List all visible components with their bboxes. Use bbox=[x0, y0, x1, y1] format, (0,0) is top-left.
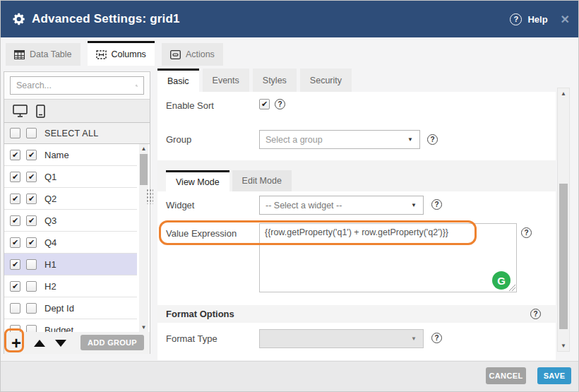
add-column-button[interactable]: + bbox=[8, 335, 24, 352]
sidebar-toolbar: + ADD GROUP bbox=[4, 332, 150, 354]
column-name: Budget bbox=[44, 325, 73, 333]
desktop-checkbox[interactable] bbox=[10, 172, 20, 182]
scroll-down-icon[interactable]: ▼ bbox=[139, 323, 148, 332]
panel-scrollbar[interactable]: ▲ ▼ bbox=[557, 88, 570, 352]
scroll-up-icon[interactable]: ▲ bbox=[558, 89, 569, 98]
desktop-checkbox[interactable] bbox=[10, 303, 20, 314]
tab-edit-mode[interactable]: Edit Mode bbox=[232, 170, 292, 191]
tab-data-table[interactable]: Data Table bbox=[6, 43, 80, 66]
question-icon[interactable] bbox=[530, 309, 541, 319]
list-scrollbar-thumb[interactable] bbox=[140, 154, 148, 185]
column-list: Name Q1 Q2 Q3 Q4 bbox=[4, 144, 150, 332]
mobile-checkbox[interactable] bbox=[26, 194, 37, 204]
column-name: Name bbox=[44, 150, 69, 160]
mobile-checkbox[interactable] bbox=[26, 325, 37, 333]
add-group-button[interactable]: ADD GROUP bbox=[80, 335, 144, 350]
help-circle-icon[interactable]: ? bbox=[510, 13, 522, 25]
select-all-mobile-checkbox[interactable] bbox=[26, 128, 37, 138]
widget-select[interactable]: -- Select a widget -- ▼ bbox=[259, 196, 424, 215]
select-all-desktop-checkbox[interactable] bbox=[10, 128, 20, 138]
mobile-checkbox[interactable] bbox=[26, 172, 37, 182]
tab-styles[interactable]: Styles bbox=[253, 69, 297, 92]
mode-tab-band: View Mode Edit Mode bbox=[157, 160, 556, 191]
mobile-checkbox[interactable] bbox=[26, 259, 37, 270]
column-name: H1 bbox=[44, 259, 56, 270]
list-item-q2[interactable]: Q2 bbox=[4, 188, 137, 210]
group-select[interactable]: Select a group ▼ bbox=[259, 130, 420, 149]
list-item-dept-id[interactable]: Dept Id bbox=[4, 297, 137, 319]
mobile-checkbox[interactable] bbox=[26, 237, 37, 248]
chevron-down-icon: ▼ bbox=[407, 136, 413, 143]
desktop-icon[interactable] bbox=[13, 105, 28, 117]
settings-content: Enable Sort Group Select a group ▼ View … bbox=[157, 92, 556, 360]
panel-resize-grip[interactable] bbox=[146, 189, 153, 204]
actions-button-icon bbox=[170, 50, 181, 59]
list-item-q4[interactable]: Q4 bbox=[4, 232, 137, 254]
cancel-button[interactable]: CANCEL bbox=[486, 367, 526, 384]
save-button[interactable]: SAVE bbox=[537, 367, 571, 384]
widget-label: Widget bbox=[166, 200, 194, 210]
list-item-h1[interactable]: H1 bbox=[4, 254, 137, 275]
question-icon[interactable] bbox=[521, 227, 532, 238]
mobile-checkbox[interactable] bbox=[26, 281, 37, 292]
tab-label: Columns bbox=[112, 49, 146, 59]
scroll-up-icon[interactable]: ▲ bbox=[139, 144, 148, 153]
move-up-button[interactable] bbox=[34, 340, 45, 347]
columns-sidebar: SELECT ALL Name Q1 Q2 Q3 bbox=[4, 71, 150, 354]
move-down-button[interactable] bbox=[55, 340, 66, 347]
device-filter-row bbox=[4, 99, 150, 123]
desktop-checkbox[interactable] bbox=[10, 215, 20, 226]
tab-actions[interactable]: Actions bbox=[162, 43, 223, 66]
dialog-footer: CANCEL SAVE bbox=[1, 361, 579, 392]
list-item-q1[interactable]: Q1 bbox=[4, 166, 137, 188]
list-scrollbar[interactable]: ▲ ▼ bbox=[139, 144, 148, 332]
column-name: Dept Id bbox=[44, 303, 74, 314]
advanced-settings-dialog: Advanced Settings: grid1 ? Help ✕ Data T… bbox=[0, 0, 579, 392]
chevron-down-icon: ▼ bbox=[411, 335, 417, 342]
list-item-budget[interactable]: Budget bbox=[4, 319, 137, 332]
mobile-checkbox[interactable] bbox=[26, 303, 37, 314]
main-tab-bar: Data Table Columns Actions bbox=[6, 43, 223, 66]
list-item-h2[interactable]: H2 bbox=[4, 275, 137, 297]
desktop-checkbox[interactable] bbox=[10, 150, 20, 160]
value-expression-input[interactable]: {{row.getProperty('q1') + row.getPropert… bbox=[259, 223, 517, 292]
format-type-select[interactable]: ▼ bbox=[259, 329, 424, 348]
desktop-checkbox[interactable] bbox=[10, 259, 20, 270]
resize-grip-icon[interactable] bbox=[509, 285, 515, 291]
enable-sort-checkbox[interactable] bbox=[259, 99, 270, 109]
help-link[interactable]: Help bbox=[527, 14, 547, 25]
tab-columns[interactable]: Columns bbox=[88, 41, 155, 66]
table-grid-icon bbox=[14, 50, 25, 59]
list-item-q3[interactable]: Q3 bbox=[4, 210, 137, 232]
search-icon[interactable] bbox=[136, 81, 138, 91]
question-icon[interactable] bbox=[431, 333, 442, 343]
mobile-checkbox[interactable] bbox=[26, 215, 37, 226]
desktop-checkbox[interactable] bbox=[10, 281, 20, 292]
tab-security[interactable]: Security bbox=[300, 69, 352, 92]
scroll-down-icon[interactable]: ▼ bbox=[558, 341, 569, 350]
question-icon[interactable] bbox=[275, 99, 285, 109]
mobile-checkbox[interactable] bbox=[26, 150, 37, 160]
select-all-row[interactable]: SELECT ALL bbox=[4, 123, 150, 144]
panel-scrollbar-thumb[interactable] bbox=[559, 184, 568, 329]
list-item-name[interactable]: Name bbox=[4, 144, 137, 166]
format-options-heading: Format Options bbox=[166, 309, 234, 319]
chevron-down-icon: ▼ bbox=[411, 202, 417, 208]
desktop-checkbox[interactable] bbox=[10, 237, 20, 248]
tab-view-mode[interactable]: View Mode bbox=[166, 170, 229, 191]
dialog-title: Advanced Settings: grid1 bbox=[32, 12, 180, 26]
search-input[interactable] bbox=[11, 81, 136, 90]
desktop-checkbox[interactable] bbox=[10, 194, 20, 204]
tab-label: Data Table bbox=[30, 49, 72, 59]
tab-basic[interactable]: Basic bbox=[157, 69, 199, 92]
mobile-icon[interactable] bbox=[36, 105, 45, 118]
desktop-checkbox[interactable] bbox=[10, 325, 20, 333]
close-icon[interactable]: ✕ bbox=[561, 13, 570, 26]
question-icon[interactable] bbox=[427, 134, 438, 145]
grammarly-icon[interactable]: G bbox=[492, 271, 511, 290]
column-name: Q3 bbox=[44, 215, 56, 226]
question-icon[interactable] bbox=[431, 199, 442, 210]
value-expression-label: Value Expression bbox=[166, 228, 237, 239]
tab-events[interactable]: Events bbox=[203, 69, 249, 92]
tab-label: Actions bbox=[186, 49, 215, 59]
